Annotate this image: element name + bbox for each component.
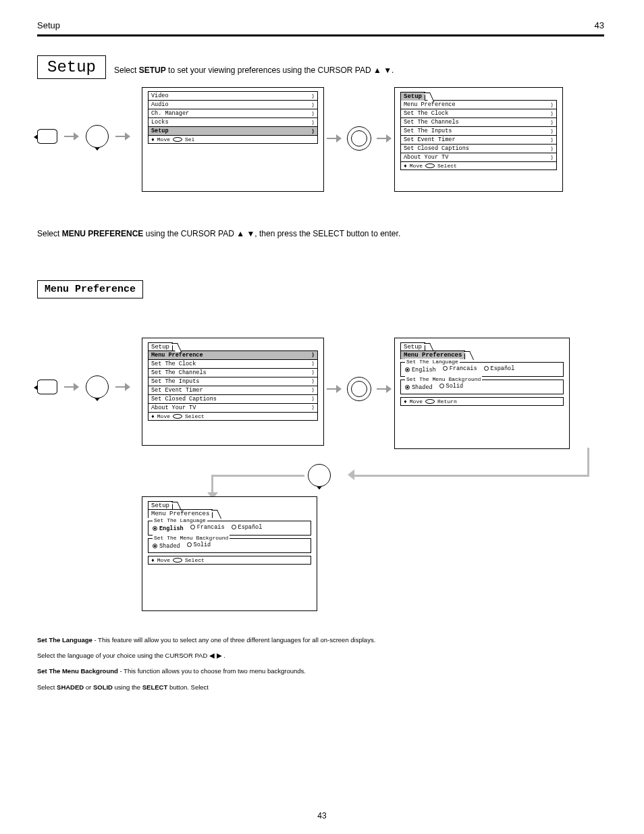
radio-option[interactable]: Shaded	[405, 384, 433, 391]
arrow-right-icon	[64, 383, 79, 391]
menu-item[interactable]: Set The Inputs⟩	[148, 377, 318, 386]
section-1-header: Setup Select SETUP to set your viewing p…	[37, 55, 604, 79]
osd-screen-main-menu: Video⟩Audio⟩Ch. Manager⟩Locks⟩Setup⟩ ♦Mo…	[142, 87, 324, 192]
select-button-icon	[344, 377, 374, 401]
radio-option[interactable]: Solid	[187, 542, 211, 548]
arrow-right-icon	[324, 385, 344, 393]
radio-option[interactable]: Francais	[443, 365, 477, 372]
menu-item[interactable]: Ch. Manager⟩	[148, 109, 318, 118]
menu-list: Menu Preference⟩Set The Clock⟩Set The Ch…	[148, 350, 318, 413]
menu-item[interactable]: Menu Preference⟩	[400, 100, 557, 109]
set-language-fieldset: Set The Language EnglishFrancaisEspañol	[148, 521, 311, 536]
note-select-language: Select the language of your choice using…	[37, 651, 604, 660]
footer-bar: ♦Move Return	[400, 397, 564, 406]
arrow-right-icon	[374, 385, 394, 393]
set-menu-background-fieldset: Set The Menu Background ShadedSolid	[400, 380, 564, 394]
arrow-right-icon	[324, 134, 344, 142]
radio-option[interactable]: Francais	[190, 524, 225, 531]
header-line: Setup 43	[37, 20, 604, 30]
footer-bar: ♦Move Select	[148, 556, 311, 565]
menu-button-icon	[37, 380, 57, 394]
setup-tab[interactable]: Setup	[148, 342, 173, 351]
note-set-language: Set The Language - This feature will all…	[37, 635, 604, 644]
setup-title-box: Setup	[37, 55, 106, 79]
arrow-right-icon	[64, 132, 79, 140]
osd-screen-setup-menu-pref-selected: Setup Menu Preference⟩Set The Clock⟩Set …	[142, 338, 324, 446]
menu-item[interactable]: Set The Clock⟩	[400, 109, 557, 118]
osd-screen-menu-preferences-language: Setup Menu Preferences Set The Language …	[142, 496, 317, 611]
menu-item[interactable]: Locks⟩	[148, 118, 318, 127]
controls-1	[37, 125, 142, 148]
note-select-background: Select SHADED or SOLID using the SELECT …	[37, 683, 604, 692]
section-1-step-text: Select SETUP to set your viewing prefere…	[114, 65, 394, 76]
menu-item[interactable]: Set Closed Captions⟩	[148, 394, 318, 404]
menu-item[interactable]: Setup⟩	[148, 126, 318, 136]
menu-item[interactable]: Set Event Timer⟩	[148, 386, 318, 395]
footer-bar: ♦Move Select	[400, 161, 557, 170]
menu-list: Menu Preference⟩Set The Clock⟩Set The Ch…	[400, 100, 557, 162]
arrow-right-icon	[374, 134, 394, 142]
hr-divider	[37, 34, 604, 36]
arrow-right-icon	[115, 132, 130, 140]
menu-item[interactable]: About Your TV⟩	[148, 403, 318, 413]
radio-option[interactable]: Español	[232, 524, 263, 531]
setup-tab[interactable]: Setup	[400, 92, 425, 101]
cursor-pad-icon	[86, 375, 109, 398]
footer-bar: ♦Move Select	[148, 412, 318, 421]
header-left: Setup	[37, 20, 60, 30]
cursor-pad-icon	[86, 125, 109, 148]
menu-list: Video⟩Audio⟩Ch. Manager⟩Locks⟩Setup⟩	[148, 91, 318, 136]
set-menu-background-fieldset: Set The Menu Background ShadedSolid	[148, 538, 311, 553]
menu-item[interactable]: Set The Inputs⟩	[400, 126, 557, 136]
section-1-flow: Video⟩Audio⟩Ch. Manager⟩Locks⟩Setup⟩ ♦Mo…	[37, 87, 604, 192]
menu-item[interactable]: Video⟩	[148, 91, 318, 101]
radio-option[interactable]: Solid	[439, 383, 464, 390]
menu-item[interactable]: Set The Channels⟩	[400, 118, 557, 127]
section-2-step-text: Select MENU PREFERENCE using the CURSOR …	[37, 228, 604, 240]
page-number: 43	[317, 811, 326, 820]
arrow-right-icon	[115, 383, 130, 391]
footer-bar: ♦Move Sel	[148, 135, 318, 144]
menu-item[interactable]: Menu Preference⟩	[148, 350, 318, 360]
menu-item[interactable]: Audio⟩	[148, 100, 318, 109]
radio-option[interactable]: English	[153, 525, 184, 532]
section-2-flow: Setup Menu Preference⟩Set The Clock⟩Set …	[37, 338, 604, 449]
cursor-pad-icon	[308, 464, 331, 487]
osd-screen-setup-menu: Setup Menu Preference⟩Set The Clock⟩Set …	[394, 87, 563, 192]
radio-option[interactable]: English	[405, 367, 436, 373]
note-set-menu-background: Set The Menu Background - This function …	[37, 667, 604, 675]
controls-2	[37, 375, 142, 398]
menu-button-icon	[37, 129, 57, 144]
menu-item[interactable]: Set Closed Captions⟩	[400, 144, 557, 153]
radio-option[interactable]: Español	[484, 365, 515, 372]
menu-item[interactable]: Set The Channels⟩	[148, 368, 318, 377]
set-language-fieldset: Set The Language EnglishFrancaisEspañol	[400, 362, 564, 377]
select-button-icon	[344, 126, 374, 151]
osd-screen-menu-preferences: Setup Menu Preferences Set The Language …	[394, 338, 570, 449]
menu-item[interactable]: About Your TV⟩	[400, 153, 557, 162]
menu-item[interactable]: Set The Clock⟩	[148, 359, 318, 369]
radio-option[interactable]: Shaded	[153, 543, 180, 550]
menu-item[interactable]: Set Event Timer⟩	[400, 135, 557, 145]
menu-preference-title-box: Menu Preference	[37, 280, 143, 298]
header-right: 43	[595, 20, 604, 30]
